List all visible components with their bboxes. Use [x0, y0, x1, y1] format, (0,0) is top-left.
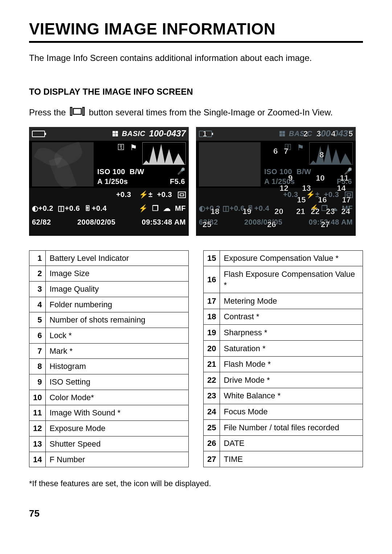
- sub-heading: TO DISPLAY THE IMAGE INFO SCREEN: [29, 86, 363, 98]
- legend-number: 4: [29, 297, 46, 312]
- legend-number: 10: [29, 390, 46, 405]
- flash-ev-icon: ⚡±: [137, 190, 155, 200]
- instruction-text: Press the button several times from the …: [29, 106, 363, 119]
- ghost-iso: ISO 100: [264, 168, 292, 176]
- table-row: 27TIME: [204, 451, 363, 467]
- ghost-ev: +0.3: [283, 190, 298, 200]
- exposure-mode-label: A: [97, 177, 102, 185]
- table-row: 18Contrast *: [204, 309, 363, 325]
- legend-label: Folder numbering: [46, 297, 189, 312]
- footnote: *If these features are set, the icon wil…: [29, 478, 363, 489]
- ghost-sharp: +0.6: [230, 204, 245, 212]
- table-row: 21Flash Mode *: [204, 356, 363, 372]
- ghost-counter: 62/82: [199, 217, 218, 227]
- info-button-icon: [70, 106, 85, 119]
- table-row: 13Shutter Speed: [29, 436, 189, 452]
- metering-icon: [178, 192, 186, 198]
- color-mode-label: B/W: [130, 168, 144, 176]
- legend-label: Saturation *: [220, 341, 363, 357]
- table-row: 15Exposure Compensation Value *: [204, 250, 363, 266]
- legend-number: 17: [204, 293, 220, 309]
- legend-number: 2: [29, 266, 46, 282]
- legend-label: DATE: [220, 435, 363, 451]
- legend-label: File Number / total files recorded: [220, 420, 363, 436]
- legend-number: 21: [204, 356, 220, 372]
- iso-label: ISO 100: [97, 168, 125, 176]
- flash-mode-icon: ⚡: [139, 204, 148, 213]
- legend-label: Drive Mode *: [220, 372, 363, 388]
- legend-table-left: 1Battery Level Indicator2Image Size3Imag…: [29, 250, 189, 468]
- legend-label: ISO Setting: [46, 374, 189, 390]
- date-label: 2008/02/05: [51, 217, 142, 227]
- legend-label: Image With Sound *: [46, 405, 189, 421]
- table-row: 8Histogram: [29, 359, 189, 374]
- legend-label: Exposure Compensation Value *: [220, 250, 363, 266]
- legend-label: Sharpness *: [220, 325, 363, 341]
- legend-number: 20: [204, 341, 220, 357]
- image-thumbnail: [32, 142, 94, 186]
- page-number: 75: [29, 507, 363, 520]
- legend-label: Mark *: [46, 343, 189, 359]
- quality-label: BASIC: [122, 129, 146, 139]
- ghost-focus: MF: [342, 204, 353, 213]
- legend-number: 23: [204, 388, 220, 404]
- shutter-label: 1/250s: [105, 177, 128, 185]
- focus-mode-label: MF: [175, 204, 186, 213]
- legend-number: 15: [204, 250, 220, 266]
- ghost-date: 2008/02/05: [218, 217, 309, 227]
- table-row: 12Exposure Mode: [29, 421, 189, 436]
- table-row: 7Mark *: [29, 343, 189, 359]
- wb-icon: ☁: [163, 204, 171, 213]
- ghost-color: B/W: [297, 168, 311, 176]
- drive-mode-icon: ❐: [152, 204, 159, 213]
- intro-text: The Image Info Screen contains additiona…: [29, 52, 363, 64]
- legend-label: Color Mode*: [46, 390, 189, 405]
- table-row: 3Image Quality: [29, 281, 189, 297]
- legend-label: Focus Mode: [220, 404, 363, 420]
- legend-number: 16: [204, 266, 220, 293]
- legend-number: 5: [29, 312, 46, 328]
- lock-icon: ⚿: [118, 142, 125, 152]
- legend-label: Number of shots remaining: [46, 312, 189, 328]
- legend-label: F Number: [46, 452, 189, 467]
- legend-label: Metering Mode: [220, 293, 363, 309]
- legend-label: Contrast *: [220, 309, 363, 325]
- ghost-contrast: +0.2: [205, 204, 220, 212]
- table-row: 19Sharpness *: [204, 325, 363, 341]
- sound-icon: 🎤: [177, 167, 185, 177]
- legend-number: 13: [29, 436, 46, 452]
- ghost-fnum: F5.6: [337, 177, 352, 186]
- legend-label: White Balance *: [220, 388, 363, 404]
- legend-number: 3: [29, 281, 46, 297]
- table-row: 14F Number: [29, 452, 189, 467]
- legend-number: 25: [204, 420, 220, 436]
- legend-label: Image Size: [46, 266, 189, 282]
- image-size-icon: [113, 131, 118, 137]
- file-counter-label: 62/82: [32, 217, 51, 227]
- ghost-time: 09:53:48 AM: [309, 217, 353, 227]
- ghost-folder: 100-0437: [316, 128, 353, 139]
- table-row: 10Color Mode*: [29, 390, 189, 405]
- legend-label: Shutter Speed: [46, 436, 189, 452]
- table-row: 22Drive Mode *: [204, 372, 363, 388]
- ghost-quality: BASIC: [289, 129, 313, 139]
- mark-icon: ⚑: [130, 142, 137, 153]
- sharpness-icon: ◫: [58, 204, 65, 212]
- table-row: 1Battery Level Indicator: [29, 250, 189, 266]
- legend-number: 14: [29, 452, 46, 467]
- table-row: 5Number of shots remaining: [29, 312, 189, 328]
- folder-file-label: 100-0437: [149, 128, 186, 139]
- table-row: 17Metering Mode: [204, 293, 363, 309]
- contrast-label: +0.2: [38, 204, 53, 212]
- legend-label: Flash Mode *: [220, 356, 363, 372]
- table-row: 4Folder numbering: [29, 297, 189, 312]
- table-row: 25File Number / total files recorded: [204, 420, 363, 436]
- table-row: 2Image Size: [29, 266, 189, 282]
- legend-label: Flash Exposure Compensation Value *: [220, 266, 363, 293]
- legend-number: 18: [204, 309, 220, 325]
- legend-table-right: 15Exposure Compensation Value *16Flash E…: [203, 250, 363, 468]
- legend-number: 19: [204, 325, 220, 341]
- page-title: VIEWING IMAGE INFORMATION: [29, 18, 363, 43]
- legend-number: 24: [204, 404, 220, 420]
- table-row: 23White Balance *: [204, 388, 363, 404]
